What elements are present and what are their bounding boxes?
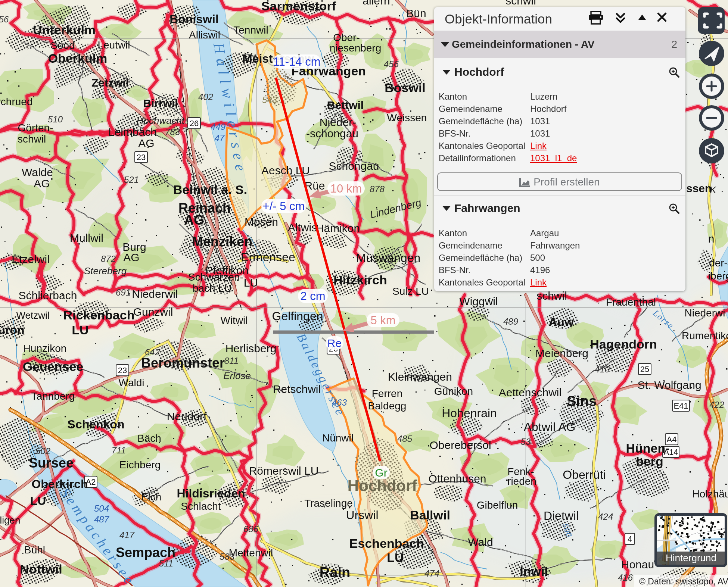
svg-text:543: 543 (262, 95, 277, 105)
svg-text:Ober-: Ober- (333, 32, 360, 43)
svg-text:Frauenthal: Frauenthal (606, 296, 656, 308)
svg-text:504: 504 (94, 503, 109, 513)
svg-text:Hitzkirch: Hitzkirch (333, 273, 387, 287)
svg-text:Erlose: Erlose (223, 370, 251, 381)
svg-text:Witwil: Witwil (220, 315, 248, 326)
svg-text:E41: E41 (673, 401, 688, 410)
svg-text:Honau: Honau (621, 558, 654, 571)
svg-text:Hohenrain: Hohenrain (442, 406, 497, 420)
svg-text:AG: AG (123, 251, 139, 263)
svg-text:Römerswil LU: Römerswil LU (249, 465, 319, 477)
svg-text:Nottwil: Nottwil (20, 562, 62, 576)
svg-text:Boniswil: Boniswil (169, 12, 219, 26)
svg-text:Eich: Eich (141, 491, 161, 503)
svg-text:iberg: iberg (708, 270, 728, 282)
svg-text:schwil: schwil (18, 133, 46, 145)
svg-text:521: 521 (124, 175, 139, 185)
svg-text:25: 25 (640, 365, 649, 374)
svg-text:Gr: Gr (375, 466, 387, 479)
svg-text:Schongau: Schongau (329, 160, 379, 172)
svg-text:23: 23 (137, 153, 146, 162)
svg-text:56: 56 (0, 14, 9, 24)
svg-text:Günikon: Günikon (434, 385, 473, 397)
svg-text:+/- 5 cm: +/- 5 cm (263, 200, 305, 213)
svg-text:Schlacht: Schlacht (181, 500, 221, 512)
svg-text:bach LU: bach LU (193, 282, 231, 294)
svg-text:Sulz LU: Sulz LU (392, 285, 429, 297)
svg-text:Wald: Wald (468, 536, 493, 548)
svg-text:AG: AG (184, 212, 204, 228)
svg-text:Oberebersol: Oberebersol (429, 439, 491, 451)
svg-text:811: 811 (224, 356, 239, 366)
svg-text:Weissen: Weissen (387, 112, 427, 124)
svg-text:Ferren: Ferren (372, 388, 402, 399)
svg-text:Inwil: Inwil (520, 564, 548, 578)
svg-text:LU: LU (244, 277, 258, 289)
svg-text:Hünen-: Hünen- (626, 441, 669, 455)
svg-text:Etzelwil: Etzelwil (12, 253, 50, 265)
svg-text:511: 511 (159, 558, 173, 568)
svg-text:Rain: Rain (320, 565, 350, 580)
svg-text:Neudorf: Neudorf (167, 410, 207, 422)
svg-text:417: 417 (119, 530, 135, 540)
svg-text:23: 23 (118, 366, 127, 375)
svg-text:Sins: Sins (567, 393, 597, 409)
svg-text:Görten-: Görten- (18, 122, 53, 134)
svg-text:LU: LU (387, 550, 404, 565)
svg-text:issen: issen (683, 182, 712, 194)
svg-text:Ottenhusen: Ottenhusen (428, 472, 486, 485)
svg-text:-schongau: -schongau (306, 127, 358, 140)
svg-text:Dietwil: Dietwil (544, 509, 579, 522)
svg-text:Schenkon: Schenkon (68, 418, 125, 431)
svg-text:berg: berg (636, 454, 663, 468)
svg-text:Sursee: Sursee (29, 455, 74, 471)
svg-text:n: n (708, 232, 715, 245)
svg-text:AG: AG (138, 137, 154, 149)
svg-text:LU: LU (72, 323, 88, 337)
svg-text:Hildisrieden: Hildisrieden (177, 487, 245, 500)
svg-text:691: 691 (116, 287, 131, 297)
svg-text:Ballwil: Ballwil (410, 508, 450, 522)
svg-text:Sarmenstorf: Sarmenstorf (261, 0, 336, 13)
svg-text:11-14 cm: 11-14 cm (273, 55, 321, 68)
svg-text:niesenberg: niesenberg (330, 42, 382, 54)
svg-text:Hämikon: Hämikon (316, 222, 360, 234)
svg-text:Re: Re (327, 337, 342, 349)
svg-text:Retschwil: Retschwil (273, 383, 321, 395)
svg-text:Gibelflun: Gibelflun (477, 499, 518, 511)
svg-text:Alliswil: Alliswil (189, 29, 220, 41)
svg-text:4: 4 (628, 534, 632, 544)
svg-text:Holzhäu: Holzhäu (692, 488, 728, 500)
svg-text:AG: AG (34, 177, 50, 190)
svg-text:872: 872 (101, 254, 116, 264)
svg-text:Oberkulm: Oberkulm (48, 51, 108, 65)
svg-text:Eichberg: Eichberg (119, 459, 161, 471)
svg-text:53: 53 (521, 437, 531, 447)
svg-text:2 cm: 2 cm (300, 290, 325, 303)
svg-text:der-: der- (709, 257, 728, 269)
svg-text:Boswil: Boswil (385, 81, 426, 95)
svg-text:Abtwil AG: Abtwil AG (524, 420, 576, 434)
svg-text:5 km: 5 km (370, 314, 395, 327)
svg-text:Tannberg: Tannberg (31, 390, 75, 402)
svg-text:Sempach: Sempach (116, 545, 175, 560)
svg-text:783: 783 (165, 127, 180, 137)
svg-text:Hochdorf: Hochdorf (348, 477, 418, 494)
svg-text:416: 416 (618, 572, 633, 583)
svg-text:rieden: rieden (507, 475, 536, 487)
svg-text:Oberrüti: Oberrüti (563, 468, 606, 481)
svg-text:489: 489 (503, 316, 518, 327)
svg-text:Herlisberg: Herlisberg (225, 342, 277, 355)
svg-text:Baldegg: Baldegg (368, 400, 407, 412)
svg-text:Bäch: Bäch (137, 433, 161, 444)
svg-text:Sood: Sood (50, 40, 75, 51)
svg-text:Urswil: Urswil (346, 508, 378, 522)
svg-text:üron: üron (0, 323, 25, 337)
svg-text:Birrwil: Birrwil (143, 97, 178, 109)
svg-text:Nieder-: Nieder- (320, 116, 356, 128)
svg-text:Ro: Ro (660, 535, 676, 549)
svg-text:Oberkirch: Oberkirch (31, 477, 88, 491)
svg-text:Aettenschwil: Aettenschwil (499, 386, 561, 399)
svg-text:485: 485 (397, 434, 413, 444)
svg-text:47: 47 (215, 133, 225, 143)
